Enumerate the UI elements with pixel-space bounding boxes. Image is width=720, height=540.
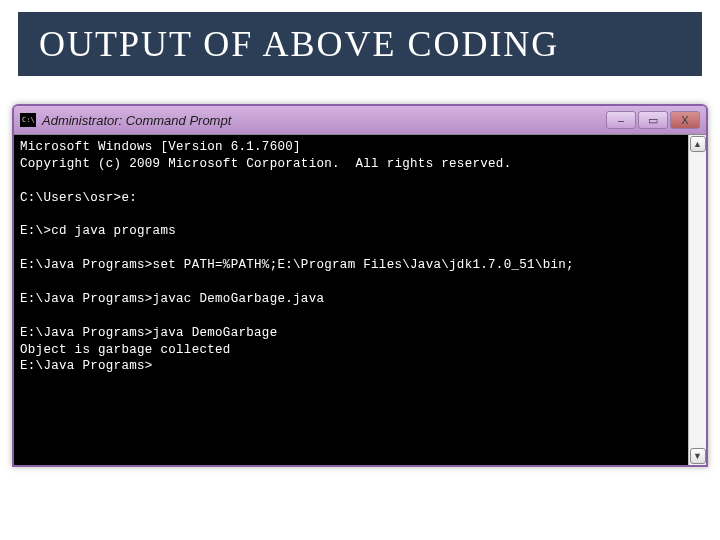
close-icon: X [681, 114, 688, 126]
console-area: Microsoft Windows [Version 6.1.7600] Cop… [14, 134, 706, 465]
scroll-down-button[interactable]: ▼ [690, 448, 706, 464]
maximize-icon: ▭ [648, 114, 658, 127]
scroll-up-button[interactable]: ▲ [690, 136, 706, 152]
slide-title: OUTPUT OF ABOVE CODING [39, 23, 681, 65]
window-title: Administrator: Command Prompt [42, 113, 606, 128]
minimize-button[interactable]: – [606, 111, 636, 129]
vertical-scrollbar[interactable]: ▲ ▼ [688, 135, 706, 465]
slide-header: OUTPUT OF ABOVE CODING [18, 12, 702, 76]
command-prompt-icon [20, 113, 36, 127]
minimize-icon: – [618, 114, 624, 126]
chevron-up-icon: ▲ [693, 139, 702, 149]
maximize-button[interactable]: ▭ [638, 111, 668, 129]
scroll-track[interactable] [690, 153, 706, 447]
slide-body: Administrator: Command Prompt – ▭ X Micr… [0, 76, 720, 467]
window-controls: – ▭ X [606, 111, 700, 129]
chevron-down-icon: ▼ [693, 451, 702, 461]
window-titlebar[interactable]: Administrator: Command Prompt – ▭ X [14, 106, 706, 134]
close-button[interactable]: X [670, 111, 700, 129]
command-prompt-window: Administrator: Command Prompt – ▭ X Micr… [12, 104, 708, 467]
console-output[interactable]: Microsoft Windows [Version 6.1.7600] Cop… [14, 135, 688, 465]
